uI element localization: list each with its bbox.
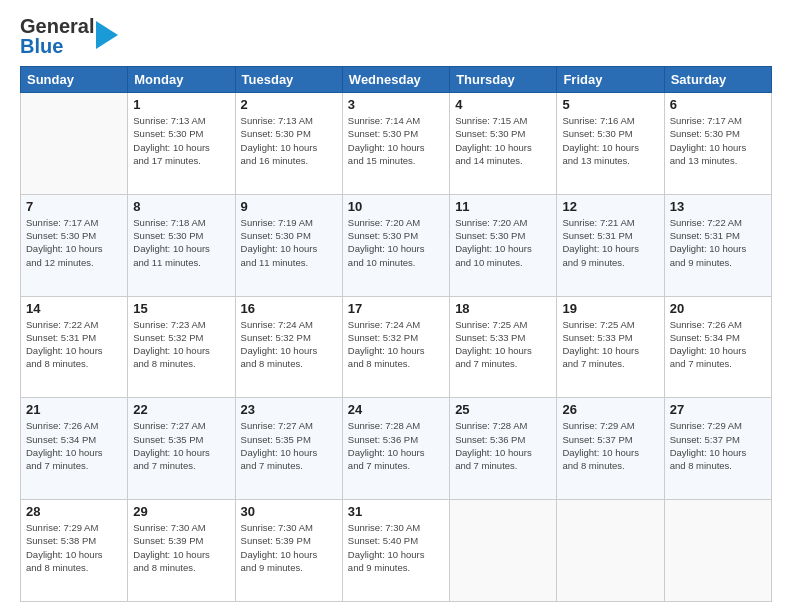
cell-day-number: 18 (455, 301, 551, 316)
cell-day-number: 30 (241, 504, 337, 519)
calendar-cell: 8Sunrise: 7:18 AMSunset: 5:30 PMDaylight… (128, 194, 235, 296)
calendar-cell: 14Sunrise: 7:22 AMSunset: 5:31 PMDayligh… (21, 296, 128, 398)
cell-day-number: 7 (26, 199, 122, 214)
logo-general: General (20, 16, 94, 36)
day-header-wednesday: Wednesday (342, 67, 449, 93)
cell-day-number: 23 (241, 402, 337, 417)
cell-day-number: 21 (26, 402, 122, 417)
cell-day-number: 13 (670, 199, 766, 214)
calendar-cell: 28Sunrise: 7:29 AMSunset: 5:38 PMDayligh… (21, 500, 128, 602)
cell-info: Sunrise: 7:28 AMSunset: 5:36 PMDaylight:… (348, 419, 444, 472)
calendar-cell: 26Sunrise: 7:29 AMSunset: 5:37 PMDayligh… (557, 398, 664, 500)
cell-info: Sunrise: 7:28 AMSunset: 5:36 PMDaylight:… (455, 419, 551, 472)
calendar-cell: 19Sunrise: 7:25 AMSunset: 5:33 PMDayligh… (557, 296, 664, 398)
calendar-cell: 31Sunrise: 7:30 AMSunset: 5:40 PMDayligh… (342, 500, 449, 602)
calendar-cell: 1Sunrise: 7:13 AMSunset: 5:30 PMDaylight… (128, 93, 235, 195)
cell-info: Sunrise: 7:16 AMSunset: 5:30 PMDaylight:… (562, 114, 658, 167)
svg-marker-0 (96, 21, 118, 49)
day-header-saturday: Saturday (664, 67, 771, 93)
cell-day-number: 19 (562, 301, 658, 316)
calendar-cell: 3Sunrise: 7:14 AMSunset: 5:30 PMDaylight… (342, 93, 449, 195)
logo: General Blue (20, 16, 118, 56)
calendar-cell: 24Sunrise: 7:28 AMSunset: 5:36 PMDayligh… (342, 398, 449, 500)
cell-day-number: 14 (26, 301, 122, 316)
calendar-cell: 29Sunrise: 7:30 AMSunset: 5:39 PMDayligh… (128, 500, 235, 602)
calendar-cell (21, 93, 128, 195)
calendar-cell (557, 500, 664, 602)
calendar-cell: 22Sunrise: 7:27 AMSunset: 5:35 PMDayligh… (128, 398, 235, 500)
cell-info: Sunrise: 7:20 AMSunset: 5:30 PMDaylight:… (455, 216, 551, 269)
cell-day-number: 16 (241, 301, 337, 316)
cell-info: Sunrise: 7:20 AMSunset: 5:30 PMDaylight:… (348, 216, 444, 269)
calendar-cell: 17Sunrise: 7:24 AMSunset: 5:32 PMDayligh… (342, 296, 449, 398)
page: General Blue SundayMondayTuesdayWednesda… (0, 0, 792, 612)
calendar-cell: 12Sunrise: 7:21 AMSunset: 5:31 PMDayligh… (557, 194, 664, 296)
calendar-week-row: 28Sunrise: 7:29 AMSunset: 5:38 PMDayligh… (21, 500, 772, 602)
cell-day-number: 25 (455, 402, 551, 417)
cell-info: Sunrise: 7:30 AMSunset: 5:39 PMDaylight:… (133, 521, 229, 574)
header: General Blue (20, 16, 772, 56)
calendar-cell: 30Sunrise: 7:30 AMSunset: 5:39 PMDayligh… (235, 500, 342, 602)
calendar-cell: 18Sunrise: 7:25 AMSunset: 5:33 PMDayligh… (450, 296, 557, 398)
cell-day-number: 20 (670, 301, 766, 316)
cell-info: Sunrise: 7:29 AMSunset: 5:37 PMDaylight:… (670, 419, 766, 472)
calendar-week-row: 7Sunrise: 7:17 AMSunset: 5:30 PMDaylight… (21, 194, 772, 296)
cell-day-number: 2 (241, 97, 337, 112)
calendar-cell: 11Sunrise: 7:20 AMSunset: 5:30 PMDayligh… (450, 194, 557, 296)
calendar-cell: 15Sunrise: 7:23 AMSunset: 5:32 PMDayligh… (128, 296, 235, 398)
cell-day-number: 26 (562, 402, 658, 417)
cell-info: Sunrise: 7:17 AMSunset: 5:30 PMDaylight:… (26, 216, 122, 269)
logo-arrow-icon (96, 21, 118, 53)
calendar-week-row: 14Sunrise: 7:22 AMSunset: 5:31 PMDayligh… (21, 296, 772, 398)
calendar-cell (664, 500, 771, 602)
cell-day-number: 5 (562, 97, 658, 112)
cell-info: Sunrise: 7:15 AMSunset: 5:30 PMDaylight:… (455, 114, 551, 167)
logo-blue: Blue (20, 36, 94, 56)
calendar-cell: 20Sunrise: 7:26 AMSunset: 5:34 PMDayligh… (664, 296, 771, 398)
calendar-week-row: 21Sunrise: 7:26 AMSunset: 5:34 PMDayligh… (21, 398, 772, 500)
cell-info: Sunrise: 7:30 AMSunset: 5:39 PMDaylight:… (241, 521, 337, 574)
cell-info: Sunrise: 7:14 AMSunset: 5:30 PMDaylight:… (348, 114, 444, 167)
cell-info: Sunrise: 7:26 AMSunset: 5:34 PMDaylight:… (26, 419, 122, 472)
cell-info: Sunrise: 7:25 AMSunset: 5:33 PMDaylight:… (562, 318, 658, 371)
cell-info: Sunrise: 7:13 AMSunset: 5:30 PMDaylight:… (133, 114, 229, 167)
cell-info: Sunrise: 7:18 AMSunset: 5:30 PMDaylight:… (133, 216, 229, 269)
cell-info: Sunrise: 7:29 AMSunset: 5:38 PMDaylight:… (26, 521, 122, 574)
cell-info: Sunrise: 7:24 AMSunset: 5:32 PMDaylight:… (241, 318, 337, 371)
cell-info: Sunrise: 7:19 AMSunset: 5:30 PMDaylight:… (241, 216, 337, 269)
cell-day-number: 11 (455, 199, 551, 214)
cell-day-number: 15 (133, 301, 229, 316)
cell-info: Sunrise: 7:21 AMSunset: 5:31 PMDaylight:… (562, 216, 658, 269)
calendar-cell: 23Sunrise: 7:27 AMSunset: 5:35 PMDayligh… (235, 398, 342, 500)
cell-day-number: 6 (670, 97, 766, 112)
cell-day-number: 22 (133, 402, 229, 417)
cell-day-number: 24 (348, 402, 444, 417)
calendar-cell: 9Sunrise: 7:19 AMSunset: 5:30 PMDaylight… (235, 194, 342, 296)
cell-info: Sunrise: 7:26 AMSunset: 5:34 PMDaylight:… (670, 318, 766, 371)
cell-info: Sunrise: 7:22 AMSunset: 5:31 PMDaylight:… (26, 318, 122, 371)
cell-day-number: 12 (562, 199, 658, 214)
calendar-cell: 5Sunrise: 7:16 AMSunset: 5:30 PMDaylight… (557, 93, 664, 195)
day-header-thursday: Thursday (450, 67, 557, 93)
cell-info: Sunrise: 7:29 AMSunset: 5:37 PMDaylight:… (562, 419, 658, 472)
calendar-cell: 10Sunrise: 7:20 AMSunset: 5:30 PMDayligh… (342, 194, 449, 296)
calendar-cell: 13Sunrise: 7:22 AMSunset: 5:31 PMDayligh… (664, 194, 771, 296)
cell-day-number: 17 (348, 301, 444, 316)
calendar-cell: 7Sunrise: 7:17 AMSunset: 5:30 PMDaylight… (21, 194, 128, 296)
cell-info: Sunrise: 7:24 AMSunset: 5:32 PMDaylight:… (348, 318, 444, 371)
cell-info: Sunrise: 7:22 AMSunset: 5:31 PMDaylight:… (670, 216, 766, 269)
day-header-tuesday: Tuesday (235, 67, 342, 93)
calendar-cell: 6Sunrise: 7:17 AMSunset: 5:30 PMDaylight… (664, 93, 771, 195)
cell-day-number: 29 (133, 504, 229, 519)
calendar-cell: 21Sunrise: 7:26 AMSunset: 5:34 PMDayligh… (21, 398, 128, 500)
cell-day-number: 9 (241, 199, 337, 214)
cell-day-number: 27 (670, 402, 766, 417)
cell-day-number: 28 (26, 504, 122, 519)
calendar-cell: 25Sunrise: 7:28 AMSunset: 5:36 PMDayligh… (450, 398, 557, 500)
cell-day-number: 1 (133, 97, 229, 112)
cell-info: Sunrise: 7:27 AMSunset: 5:35 PMDaylight:… (133, 419, 229, 472)
cell-info: Sunrise: 7:13 AMSunset: 5:30 PMDaylight:… (241, 114, 337, 167)
calendar-cell: 4Sunrise: 7:15 AMSunset: 5:30 PMDaylight… (450, 93, 557, 195)
cell-day-number: 3 (348, 97, 444, 112)
calendar-week-row: 1Sunrise: 7:13 AMSunset: 5:30 PMDaylight… (21, 93, 772, 195)
